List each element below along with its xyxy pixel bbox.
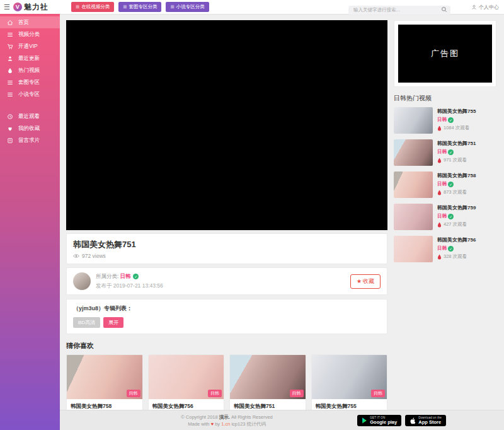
video-title: 韩国美女热舞751 — [73, 239, 381, 250]
nav-button-label: 在线视频分类 — [81, 4, 110, 10]
category-link[interactable]: 日韩 — [437, 181, 447, 187]
video-thumbnail[interactable]: 日韩 — [149, 355, 224, 399]
hot-item-title[interactable]: 韩国美女热舞758 — [437, 172, 476, 179]
hot-video-item[interactable]: 韩国美女热舞755 日韩 1084 次观看 — [394, 107, 496, 134]
sidebar-item-vip[interactable]: 开通VIP — [0, 40, 60, 52]
madewith-line: Made with by 1.cn icp123 统计代码 — [66, 421, 387, 427]
hot-video-item[interactable]: 韩国美女热舞751 日韩 971 次观看 — [394, 139, 496, 166]
app-store-badge[interactable]: Download on the App Store — [405, 415, 446, 426]
sidebar-item-label: 最近更新 — [18, 55, 40, 62]
category-link[interactable]: 日韩 — [437, 149, 447, 155]
sidebar-item-label: 首页 — [18, 19, 29, 26]
category-badge: 日韩 — [371, 390, 385, 397]
message-icon — [7, 137, 13, 144]
nav-photo-zone-button[interactable]: ☰ 套图专区分类 — [118, 2, 161, 12]
verified-check-icon — [448, 149, 454, 155]
copyright-post: All Rights Reserved — [230, 414, 273, 420]
google-play-icon — [362, 417, 367, 424]
expand-button[interactable]: 展开 — [103, 317, 123, 328]
list-icon — [7, 91, 13, 98]
video-thumbnail[interactable] — [394, 171, 433, 198]
sidebar-item-label: 热门视频 — [18, 67, 40, 74]
logo-text: 魅力社 — [24, 2, 49, 13]
badge-title: App Store — [418, 420, 442, 425]
flame-icon — [437, 254, 442, 260]
sidebar-item-photo-zone[interactable]: 套图专区 — [0, 76, 60, 88]
sidebar-item-home[interactable]: 首页 — [0, 16, 60, 28]
madewith-pre: Made with — [188, 421, 210, 427]
video-player[interactable] — [66, 20, 387, 230]
nav-online-video-button[interactable]: ☰ 在线视频分类 — [71, 2, 114, 12]
video-thumbnail[interactable] — [394, 204, 433, 230]
category-link[interactable]: 日韩 — [120, 273, 130, 281]
hamburger-menu-icon[interactable]: ☰ — [4, 3, 10, 11]
sidebar-item-recently-watched[interactable]: 最近观看 — [0, 110, 60, 122]
site-logo[interactable]: V 魅力社 — [13, 2, 66, 13]
ad-banner[interactable]: 广告图 — [398, 25, 492, 83]
left-sidebar: 首页 视频分类 开通VIP 最近更新 热门视频 套图专区 小说专区 — [0, 14, 60, 430]
star-icon — [357, 278, 362, 284]
video-thumbnail[interactable] — [394, 236, 433, 262]
category-label: 所属分类: — [96, 273, 118, 281]
sidebar-item-recent-updates[interactable]: 最近更新 — [0, 52, 60, 64]
hot-item-title[interactable]: 韩国美女热舞756 — [437, 236, 476, 243]
category-badge: 日韩 — [290, 390, 304, 397]
verified-check-icon — [448, 214, 454, 219]
hot-video-item[interactable]: 韩国美女热舞756 日韩 328 次观看 — [394, 236, 496, 262]
hot-item-views: 873 次观看 — [444, 189, 467, 195]
nav-button-label: 套图专区分类 — [129, 4, 157, 10]
category-badge: 日韩 — [208, 390, 222, 397]
uploader-avatar[interactable] — [73, 272, 91, 290]
hot-item-title[interactable]: 韩国美女热舞759 — [437, 204, 476, 211]
sidebar-item-label: 小说专区 — [18, 91, 40, 98]
footer-link[interactable]: 1.cn — [221, 421, 230, 427]
hot-item-views: 328 次观看 — [444, 253, 467, 260]
ad-placeholder-text: 广告图 — [431, 48, 459, 59]
hot-video-item[interactable]: 韩国美女热舞758 日韩 873 次观看 — [394, 171, 496, 198]
hot-item-title[interactable]: 韩国美女热舞755 — [437, 108, 476, 115]
top-header: ☰ V 魅力社 ☰ 在线视频分类 ☰ 套图专区分类 ☰ 小说专区分类 个人中心 — [0, 0, 504, 14]
page-content: 韩国美女热舞751 972 views 所属分类: 日韩 发布于 2019-07… — [60, 14, 504, 410]
video-thumbnail[interactable] — [394, 139, 433, 166]
flame-icon — [437, 190, 442, 195]
list-icon: ☰ — [123, 4, 127, 9]
heart-icon — [7, 125, 13, 132]
search-input[interactable] — [348, 6, 450, 15]
ad-card: 广告图 — [394, 20, 496, 87]
footer-text: © Copyright 2018 演示. All Rights Reserved… — [66, 414, 387, 427]
favorite-button-label: 收藏 — [363, 277, 374, 286]
hot-item-title[interactable]: 韩国美女热舞751 — [437, 140, 476, 147]
sidebar-item-label: 套图专区 — [18, 79, 40, 86]
list-icon — [7, 32, 13, 38]
copyright-line: © Copyright 2018 演示. All Rights Reserved — [66, 414, 387, 421]
nav-novel-zone-button[interactable]: ☰ 小说专区分类 — [166, 2, 209, 12]
video-thumbnail[interactable]: 日韩 — [230, 355, 306, 399]
category-link[interactable]: 日韩 — [437, 213, 447, 219]
video-thumbnail[interactable]: 日韩 — [67, 355, 142, 399]
video-thumbnail[interactable] — [394, 107, 433, 134]
hot-item-views: 971 次观看 — [444, 157, 467, 163]
nav-button-label: 小说专区分类 — [176, 4, 205, 10]
apple-icon — [410, 417, 416, 424]
list-icon: ☰ — [170, 4, 174, 9]
category-link[interactable]: 日韩 — [437, 245, 447, 252]
footer-brand: 演示. — [219, 414, 230, 420]
favorite-button[interactable]: 收藏 — [350, 274, 381, 289]
sidebar-item-label: 我的收藏 — [18, 125, 40, 132]
category-link[interactable]: 日韩 — [437, 117, 447, 123]
quality-button[interactable]: BD高清 — [73, 317, 100, 328]
sidebar-item-label: 开通VIP — [18, 43, 38, 50]
hot-video-item[interactable]: 韩国美女热舞759 日韩 427 次观看 — [394, 204, 496, 230]
madewith-by: by — [214, 421, 221, 427]
sidebar-item-video-categories[interactable]: 视频分类 — [0, 28, 60, 40]
sidebar-item-my-favorites[interactable]: 我的收藏 — [0, 122, 60, 134]
sidebar-item-hot-videos[interactable]: 热门视频 — [0, 64, 60, 76]
sidebar-item-novel-zone[interactable]: 小说专区 — [0, 88, 60, 100]
sidebar-item-request-video[interactable]: 留言求片 — [0, 134, 60, 146]
google-play-badge[interactable]: GET IT ON Google play — [357, 415, 401, 426]
madewith-post: icp123 统计代码 — [230, 421, 265, 427]
video-thumbnail[interactable]: 日韩 — [312, 355, 387, 399]
user-center-link[interactable]: 个人中心 — [471, 4, 499, 11]
search-icon[interactable] — [441, 4, 447, 15]
sidebar-item-label: 留言求片 — [18, 137, 40, 144]
